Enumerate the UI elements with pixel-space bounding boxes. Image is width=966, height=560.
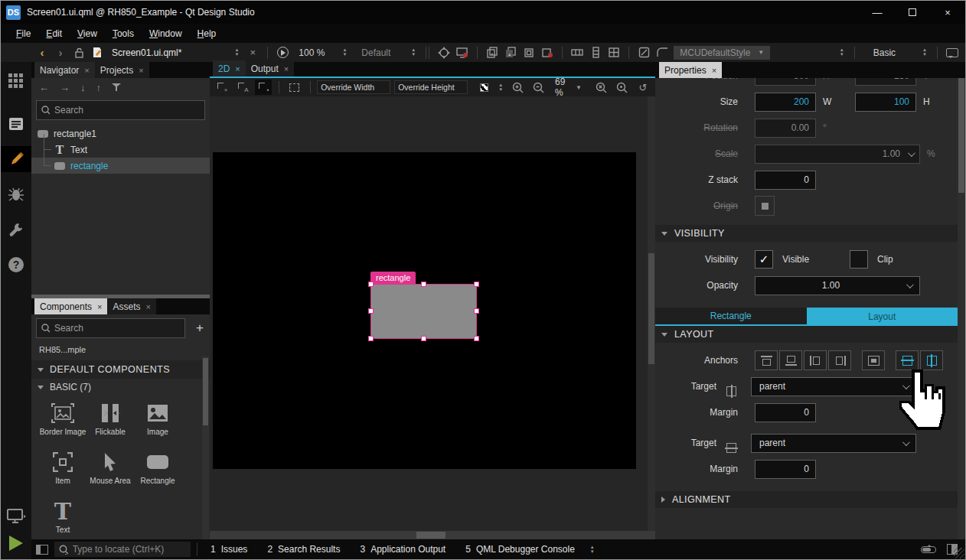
welcome-mode-button[interactable] <box>1 68 31 94</box>
locator[interactable] <box>54 542 191 557</box>
component-image[interactable]: Image <box>134 399 181 446</box>
resize-handle-ne[interactable] <box>474 282 479 287</box>
help-mode-button[interactable]: ? <box>1 252 31 278</box>
background-spinner-icon[interactable]: ▲▼ <box>496 83 505 92</box>
components-search[interactable] <box>36 318 185 338</box>
device-disabled-icon[interactable] <box>455 45 469 60</box>
close-icon[interactable]: × <box>146 302 151 311</box>
projects-mode-button[interactable] <box>1 217 31 243</box>
components-scrollbar[interactable] <box>202 357 209 539</box>
pane-search-results[interactable]: 2Search Results <box>260 544 347 555</box>
background-color-icon[interactable] <box>475 80 492 95</box>
row-layout-icon[interactable] <box>570 45 584 60</box>
bounding-rect-icon[interactable] <box>522 45 536 60</box>
live-preview-icon[interactable] <box>276 45 289 60</box>
menu-edit[interactable]: Edit <box>38 28 70 39</box>
kit-selector-button[interactable] <box>1 504 31 530</box>
pane-spinner-icon[interactable]: ▲▼ <box>588 545 597 554</box>
clip-checkbox[interactable] <box>850 250 868 269</box>
show-bounds-icon[interactable] <box>286 80 303 95</box>
size-width-field[interactable]: 200 <box>755 93 816 112</box>
nav-forward-icon[interactable]: → <box>60 82 70 93</box>
origin-button[interactable] <box>755 196 775 216</box>
theme-spinner-icon[interactable]: ▲▼ <box>920 48 929 57</box>
opacity-dropdown[interactable]: 1.00 <box>755 276 920 295</box>
paste-icon[interactable] <box>504 45 517 60</box>
canvas-vertical-scrollbar[interactable] <box>648 96 655 531</box>
close-button[interactable]: × <box>930 1 965 24</box>
override-height-input[interactable] <box>394 80 468 94</box>
bounding-rect-off-icon[interactable] <box>540 45 554 60</box>
tree-item-rectangle[interactable]: rectangle <box>31 158 210 174</box>
workspace-spinner-icon[interactable]: ▲▼ <box>837 48 847 57</box>
rotation-field[interactable]: 0.00 <box>755 119 816 138</box>
debug-mode-button[interactable] <box>1 181 31 207</box>
resize-handle-e[interactable] <box>474 308 479 314</box>
grid-layout-icon[interactable] <box>607 45 621 60</box>
move-up-icon[interactable]: ↑ <box>96 82 102 93</box>
components-search-input[interactable] <box>54 323 180 334</box>
add-module-button[interactable]: + <box>190 321 210 336</box>
no-snapping-icon[interactable]: × <box>214 80 230 95</box>
margin2-field[interactable]: 0 <box>755 460 816 479</box>
anchor-horizontal-center-button[interactable] <box>920 350 943 370</box>
move-down-icon[interactable]: ↓ <box>80 82 86 93</box>
alignment-section-header[interactable]: ALIGNMENT <box>655 491 958 508</box>
scale-dropdown[interactable]: 1.00 <box>755 145 920 164</box>
edit-annotation-icon[interactable] <box>637 45 651 60</box>
tree-item-text[interactable]: T Text <box>31 142 210 158</box>
device-screen[interactable]: rectangle <box>213 152 636 469</box>
anchor-bottom-button[interactable] <box>779 350 802 370</box>
target1-dropdown[interactable]: parent <box>751 377 916 396</box>
canvas-horizontal-scrollbar[interactable] <box>210 531 655 539</box>
component-item[interactable]: Item <box>39 448 86 495</box>
toggle-left-sidebar-icon[interactable] <box>36 545 48 555</box>
layout-section-header[interactable]: LAYOUT <box>655 326 958 343</box>
close-icon[interactable]: × <box>84 66 89 75</box>
snapping-items-icon[interactable]: ▪ <box>255 80 272 95</box>
locator-input[interactable] <box>73 544 186 555</box>
selected-rectangle[interactable]: rectangle <box>370 284 477 339</box>
resize-handle-s[interactable] <box>421 336 426 341</box>
resize-handle-n[interactable] <box>421 282 426 287</box>
visibility-section-header[interactable]: VISIBILITY <box>655 225 958 242</box>
design-mode-button[interactable] <box>1 146 31 172</box>
build-progress-icon[interactable] <box>921 546 936 553</box>
component-mouse-area[interactable]: Mouse Area <box>86 448 134 495</box>
zoom-in-icon[interactable] <box>509 80 526 95</box>
corner-shape-icon[interactable] <box>655 45 669 60</box>
move-tool-icon[interactable] <box>437 45 451 60</box>
menu-view[interactable]: View <box>70 28 105 39</box>
override-width-input[interactable] <box>317 80 390 94</box>
resize-handle-w[interactable] <box>368 308 374 314</box>
section-default-components[interactable]: DEFAULT COMPONENTS <box>31 360 210 379</box>
anchor-vertical-center-button[interactable] <box>896 350 919 370</box>
maximize-button[interactable] <box>895 1 930 24</box>
kit-spinner-icon[interactable]: ▲▼ <box>409 48 418 57</box>
visible-checkbox[interactable]: ✓ <box>755 250 773 269</box>
close-icon[interactable]: × <box>284 64 289 73</box>
zoom-all-icon[interactable] <box>593 80 610 95</box>
tab-layout-properties[interactable]: Layout <box>807 308 958 326</box>
copy-icon[interactable] <box>485 45 499 60</box>
snapping-anchors-icon[interactable]: A <box>234 80 251 95</box>
resize-grip[interactable] <box>954 548 964 558</box>
feedback-bubble-icon[interactable] <box>945 45 959 60</box>
resize-handle-se[interactable] <box>474 336 479 341</box>
column-layout-icon[interactable] <box>589 45 602 60</box>
anchor-top-button[interactable] <box>755 350 778 370</box>
canvas-zoom-level[interactable]: 69 % <box>550 77 572 98</box>
zstack-field[interactable]: 0 <box>755 171 816 190</box>
filter-icon[interactable] <box>112 83 121 91</box>
properties-scrollbar[interactable] <box>958 78 965 539</box>
forward-icon[interactable]: › <box>54 45 67 60</box>
pane-application-output[interactable]: 3Application Output <box>353 544 452 555</box>
anchor-right-button[interactable] <box>828 350 851 370</box>
component-border-image[interactable]: Border Image <box>39 399 86 446</box>
file-spinner-icon[interactable]: ▲▼ <box>232 48 241 57</box>
size-height-field[interactable]: 100 <box>855 93 916 112</box>
margin1-field[interactable]: 0 <box>755 403 816 422</box>
resize-handle-nw[interactable] <box>368 282 374 287</box>
position-x-field[interactable]: 300 <box>755 78 816 86</box>
tree-item-rectangle1[interactable]: rectangle1 <box>31 125 210 142</box>
